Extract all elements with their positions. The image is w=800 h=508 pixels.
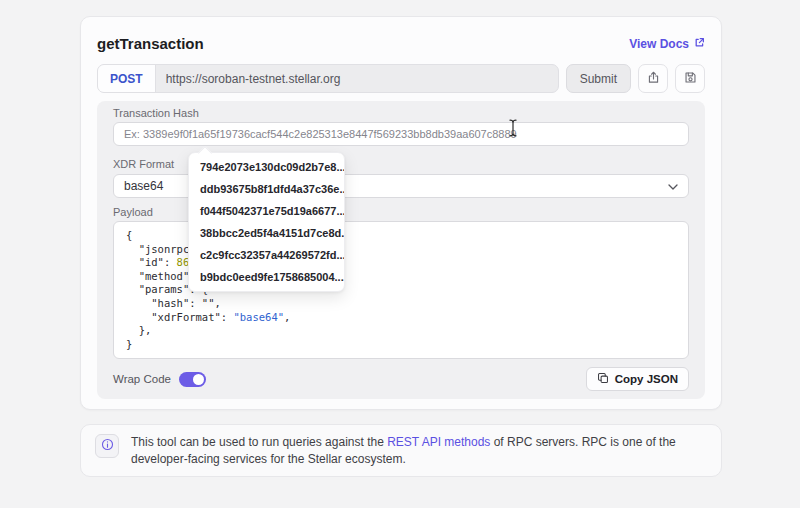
copy-json-label: Copy JSON [615,373,678,385]
transaction-hash-input[interactable] [113,122,689,146]
info-icon-box [95,434,119,458]
card-header: getTransaction View Docs [81,17,721,53]
request-row: POST Submit [97,64,705,93]
endpoint-field: POST [97,64,559,93]
view-docs-label: View Docs [629,37,689,51]
url-input[interactable] [156,65,558,92]
xdr-format-value: base64 [124,179,163,193]
submit-button[interactable]: Submit [566,64,631,93]
suggestion-item[interactable]: b9bdc0eed9fe1758685004... [189,266,344,288]
hash-suggestions: 794e2073e130dc09d2b7e8...ddb93675b8f1dfd… [189,156,344,288]
panel-footer: Wrap Code Copy JSON [113,367,689,391]
suggestion-item[interactable]: 794e2073e130dc09d2b7e8... [189,156,344,178]
info-note-text: This tool can be used to run queries aga… [131,434,707,467]
rest-api-methods-link[interactable]: REST API methods [387,435,490,449]
save-icon [684,70,697,88]
page: getTransaction View Docs POST Submit [0,0,800,508]
suggestion-item[interactable]: c2c9fcc32357a44269572fd... [189,244,344,266]
http-method-badge: POST [98,65,156,92]
copy-icon [597,372,609,386]
share-icon [647,70,660,88]
wrap-code-toggle[interactable] [179,372,206,387]
info-icon [101,437,114,455]
suggestion-item[interactable]: 38bbcc2ed5f4a4151d7ce8d... [189,222,344,244]
chevron-down-icon [668,179,678,193]
wrap-code-label: Wrap Code [113,373,171,385]
share-button[interactable] [638,64,668,93]
request-card: getTransaction View Docs POST Submit [80,16,722,410]
transaction-hash-label: Transaction Hash [113,107,689,120]
note-text-before: This tool can be used to run queries aga… [131,435,387,449]
hash-suggestions-dropdown: 794e2073e130dc09d2b7e8...ddb93675b8f1dfd… [188,152,345,292]
external-link-icon [694,37,705,51]
info-note-card: This tool can be used to run queries aga… [80,424,722,477]
page-title: getTransaction [97,35,204,53]
view-docs-link[interactable]: View Docs [629,37,705,51]
suggestion-item[interactable]: f044f5042371e75d19a6677... [189,200,344,222]
save-button[interactable] [675,64,705,93]
copy-json-button[interactable]: Copy JSON [586,367,689,391]
suggestion-item[interactable]: ddb93675b8f1dfd4a37c36e... [189,178,344,200]
